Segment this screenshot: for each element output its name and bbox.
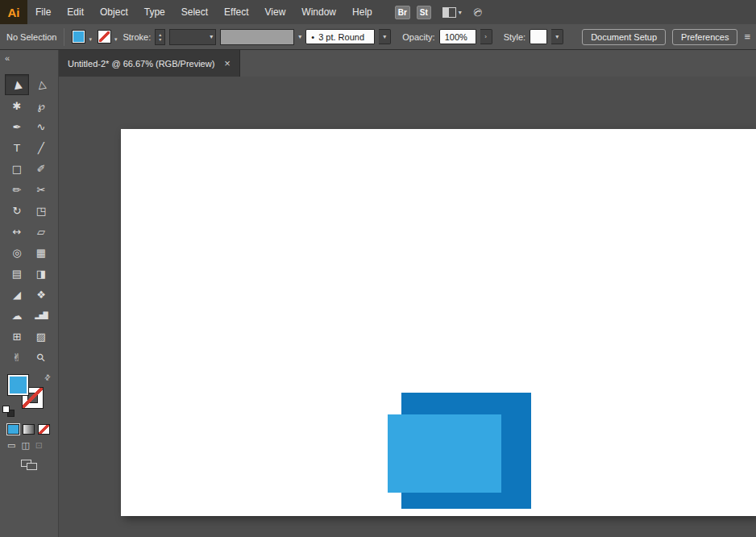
arrange-documents-button[interactable]: ▾ — [442, 7, 462, 18]
column-graph-tool[interactable]: ▂▅█ — [29, 305, 53, 326]
style-dropdown-button[interactable]: ▾ — [551, 29, 563, 44]
shape-builder-tool[interactable]: ◎ — [5, 242, 29, 263]
default-fill-stroke-icon[interactable] — [2, 406, 15, 417]
menu-effect[interactable]: Effect — [216, 0, 256, 24]
artboard-tool[interactable]: ⊞ — [5, 326, 29, 347]
brush-definition-dropdown[interactable]: •3 pt. Round — [305, 29, 375, 44]
rotate-tool[interactable]: ↻ — [5, 200, 29, 221]
eyedropper-tool-icon: ◢ — [13, 289, 21, 301]
scissors-tool[interactable]: ✂ — [29, 179, 53, 200]
type-tool[interactable]: T — [5, 137, 29, 158]
canvas[interactable] — [59, 77, 756, 537]
close-icon[interactable]: × — [224, 60, 231, 68]
rectangle-tool[interactable]: □ — [5, 158, 29, 179]
opacity-input[interactable]: 100% — [439, 29, 476, 44]
menu-select[interactable]: Select — [173, 0, 216, 24]
drawing-mode-buttons: ▭ ◫ ⊡ — [7, 440, 58, 451]
menu-view[interactable]: View — [257, 0, 294, 24]
screen-mode-button[interactable] — [21, 460, 39, 471]
symbol-sprayer-tool[interactable]: ☁ — [5, 305, 29, 326]
stock-button[interactable]: St — [417, 6, 431, 19]
draw-behind-icon[interactable]: ◫ — [21, 440, 29, 451]
control-panel-menu-icon[interactable]: ≡ — [744, 31, 750, 43]
gradient-button[interactable] — [23, 424, 35, 435]
magic-wand-tool[interactable]: ✱ — [5, 95, 29, 116]
lasso-tool[interactable]: ℘ — [29, 95, 53, 116]
perspective-grid-tool-icon: ▦ — [36, 247, 46, 259]
perspective-grid-tool[interactable]: ▦ — [29, 242, 53, 263]
bridge-button[interactable]: Br — [395, 6, 410, 19]
line-segment-tool-icon: ╱ — [38, 142, 44, 154]
opacity-dropdown-button[interactable]: › — [480, 29, 492, 44]
artboard[interactable] — [121, 129, 756, 516]
curvature-tool[interactable]: ∿ — [29, 116, 53, 137]
hand-tool[interactable]: ✌ — [5, 347, 29, 368]
document-area: Untitled-2* @ 66.67% (RGB/Preview) × — [59, 50, 756, 537]
fill-color-well[interactable] — [72, 30, 85, 44]
symbol-sprayer-tool-icon: ☁ — [12, 310, 23, 322]
curvature-tool-icon: ∿ — [37, 121, 46, 133]
scale-tool[interactable]: ◳ — [29, 200, 53, 221]
stroke-color-well[interactable] — [98, 30, 111, 44]
blend-tool[interactable]: ❖ — [29, 284, 53, 305]
swap-fill-stroke-icon[interactable]: ⇄ — [43, 373, 52, 382]
style-label: Style: — [504, 32, 526, 42]
free-transform-tool[interactable]: ▱ — [29, 221, 53, 242]
device-share-icon[interactable]: ✆ — [470, 5, 484, 20]
eyedropper-tool[interactable]: ◢ — [5, 284, 29, 305]
menu-object[interactable]: Object — [92, 0, 136, 24]
chevron-down-icon[interactable]: ▾ — [114, 36, 118, 43]
draw-normal-icon[interactable]: ▭ — [7, 440, 15, 451]
pencil-tool[interactable]: ✏ — [5, 179, 29, 200]
stepper-down-icon[interactable]: ▾ — [159, 37, 161, 42]
direct-selection-tool[interactable]: ▷ — [29, 74, 53, 95]
menu-file[interactable]: File — [27, 0, 59, 24]
divider — [64, 28, 64, 46]
selection-tool[interactable]: ▶ — [5, 74, 29, 95]
width-tool-icon: ↔ — [13, 226, 22, 238]
pen-tool[interactable]: ✒ — [5, 116, 29, 137]
stroke-weight-stepper[interactable]: ▴▾ — [155, 29, 165, 45]
slice-tool[interactable]: ▨ — [29, 326, 53, 347]
brush-dropdown-button[interactable]: ▾ — [379, 29, 391, 44]
tools-panel: « ▶▷✱℘✒∿T╱□✐✏✂↻◳↔▱◎▦▤◨◢❖☁▂▅█⊞▨✌⚲ ⇄ ▭ ◫ ⊡ — [0, 50, 59, 537]
fill-color-indicator[interactable] — [7, 374, 29, 396]
zoom-tool-icon: ⚲ — [34, 350, 48, 364]
document-setup-button[interactable]: Document Setup — [582, 29, 666, 45]
controlbar-right-group: Document Setup Preferences ≡ — [582, 29, 750, 45]
collapse-toolbar-button[interactable]: « — [0, 50, 58, 74]
mesh-tool-icon: ▤ — [12, 268, 22, 280]
free-transform-tool-icon: ▱ — [37, 226, 45, 238]
tab-title: Untitled-2* @ 66.67% (RGB/Preview) — [68, 59, 214, 69]
width-tool[interactable]: ↔ — [5, 221, 29, 242]
menu-help[interactable]: Help — [344, 0, 380, 24]
artwork-rect-2[interactable] — [388, 414, 501, 493]
zoom-tool[interactable]: ⚲ — [29, 347, 53, 368]
document-tab[interactable]: Untitled-2* @ 66.67% (RGB/Preview) × — [59, 50, 240, 77]
illustrator-window: Ai FileEditObjectTypeSelectEffectViewWin… — [0, 0, 756, 537]
variable-width-profile-dropdown[interactable] — [220, 29, 294, 45]
stroke-weight-dropdown[interactable]: ▾ — [169, 29, 216, 45]
direct-selection-tool-icon: ▷ — [35, 80, 48, 90]
mesh-tool[interactable]: ▤ — [5, 263, 29, 284]
control-bar: No Selection ▾ ▾ Stroke: ▴▾ ▾ ▾ •3 pt. R… — [0, 24, 756, 50]
color-button[interactable] — [7, 424, 19, 435]
gradient-tool[interactable]: ◨ — [29, 263, 53, 284]
artboard-tool-icon: ⊞ — [13, 331, 22, 343]
preferences-button[interactable]: Preferences — [672, 29, 737, 45]
menu-edit[interactable]: Edit — [59, 0, 92, 24]
workspace: « ▶▷✱℘✒∿T╱□✐✏✂↻◳↔▱◎▦▤◨◢❖☁▂▅█⊞▨✌⚲ ⇄ ▭ ◫ ⊡ — [0, 50, 756, 537]
draw-inside-icon[interactable]: ⊡ — [35, 440, 43, 451]
none-button[interactable] — [38, 424, 50, 435]
column-graph-tool-icon: ▂▅█ — [35, 312, 47, 319]
paintbrush-tool[interactable]: ✐ — [29, 158, 53, 179]
hand-tool-icon: ✌ — [13, 352, 22, 364]
line-segment-tool[interactable]: ╱ — [29, 137, 53, 158]
menubar: Ai FileEditObjectTypeSelectEffectViewWin… — [0, 0, 756, 24]
style-dropdown[interactable] — [530, 29, 547, 44]
menu-window[interactable]: Window — [293, 0, 344, 24]
chevron-down-icon[interactable]: ▾ — [298, 33, 301, 40]
brush-dot-icon: • — [311, 32, 314, 42]
chevron-down-icon[interactable]: ▾ — [89, 36, 92, 43]
menu-type[interactable]: Type — [136, 0, 173, 24]
